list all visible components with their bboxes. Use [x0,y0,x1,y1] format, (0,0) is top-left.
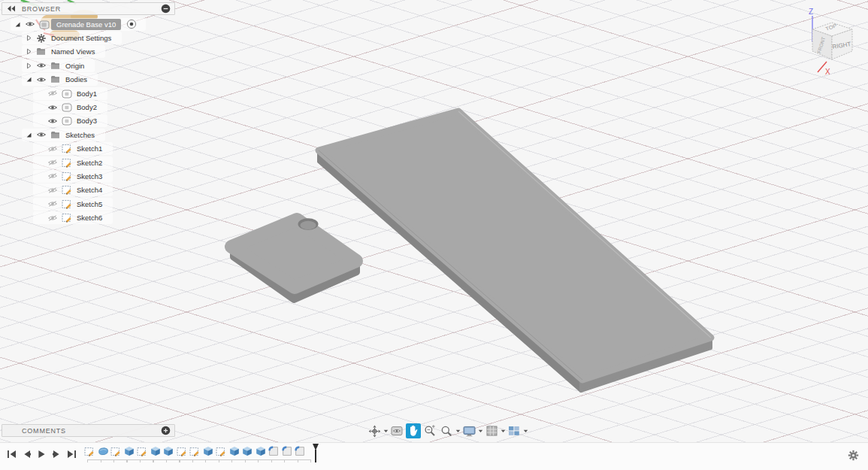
timeline-settings-gear-icon[interactable] [848,450,859,464]
tree-item-document-settings[interactable]: Document Settings [2,31,182,44]
tree-item-label[interactable]: Grenade Base v10 [51,19,121,30]
orbit-button[interactable] [367,423,382,438]
expander-icon[interactable] [23,62,34,69]
tree-item-bodies[interactable]: Bodies [2,73,182,86]
body-small-plate[interactable] [231,218,357,300]
body-icon [59,102,74,112]
eye-icon[interactable] [45,104,59,111]
tree-item-label[interactable]: Sketch4 [74,185,105,195]
eye-off-icon[interactable] [45,172,59,180]
eye-icon[interactable] [45,117,59,125]
view-cube-body[interactable]: TOP RIGHT FRONT [812,23,852,59]
tree-item-label[interactable]: Named Views [48,47,98,56]
tree-item-label[interactable]: Sketches [62,130,98,140]
tree-item-label[interactable]: Body1 [74,89,100,99]
grid-and-snaps-dropdown-caret[interactable] [500,423,506,438]
timeline-feature-sketch-11[interactable] [216,446,226,456]
display-settings-dropdown-caret[interactable] [477,423,483,438]
body-icon [59,116,74,126]
eye-off-icon[interactable] [45,145,59,153]
timeline-feature-fillet-17[interactable] [295,446,305,456]
tree-item-label[interactable]: Document Settings [48,33,114,43]
timeline-feature-form-2[interactable] [98,446,108,456]
go-to-end-button[interactable] [66,449,77,459]
go-to-start-button[interactable] [6,449,17,459]
eye-icon[interactable] [23,20,37,28]
timeline-feature-extrude-12[interactable] [229,446,240,456]
eye-off-icon[interactable] [45,186,59,194]
tree-item-sketch1[interactable]: Sketch1 [2,142,182,156]
step-forward-button[interactable] [51,449,62,459]
timeline-feature-sketch-3[interactable] [110,446,121,456]
timeline-feature-sketch-1[interactable] [84,446,95,456]
timeline-feature-extrude-10[interactable] [203,446,213,456]
folder-icon [34,47,48,56]
tree-item-sketch5[interactable]: Sketch5 [2,197,182,211]
timeline-feature-extrude-13[interactable] [242,446,253,456]
tree-item-label[interactable]: Sketch1 [74,144,105,153]
expander-icon[interactable] [12,21,23,28]
expand-comments-icon[interactable] [161,426,171,435]
tree-item-label[interactable]: Origin [62,61,87,71]
body-large-plate[interactable] [319,111,711,391]
fit-dropdown-caret[interactable] [455,423,461,438]
eye-icon[interactable] [34,76,48,83]
fit-button[interactable] [439,423,454,438]
tree-item-label[interactable]: Sketch5 [74,199,105,209]
tree-item-sketch6[interactable]: Sketch6 [2,211,182,224]
orbit-dropdown-caret[interactable] [383,423,389,438]
tree-item-sketch2[interactable]: Sketch2 [2,156,182,169]
timeline-feature-fillet-16[interactable] [282,446,292,456]
expander-icon[interactable] [23,132,34,138]
tree-item-sketch3[interactable]: Sketch3 [2,169,182,183]
collapse-panel-icon[interactable] [7,5,16,12]
timeline-feature-extrude-4[interactable] [124,446,135,456]
grid-and-snaps-button[interactable] [484,423,499,438]
tree-item-origin[interactable]: Origin [2,59,182,72]
tree-item-label[interactable]: Sketch3 [74,171,105,181]
sketch-icon [59,158,74,168]
tree-item-sketch4[interactable]: Sketch4 [2,183,182,197]
tree-item-body2[interactable]: Body2 [2,100,182,114]
pan-button[interactable] [406,423,421,438]
tree-item-grenade-base-v10[interactable]: Grenade Base v10 [2,17,182,31]
play-button[interactable] [36,449,47,459]
viewports-button[interactable] [507,423,522,438]
timeline-feature-extrude-14[interactable] [256,446,266,456]
tree-item-sketches[interactable]: Sketches [2,128,182,141]
timeline-feature-extrude-7[interactable] [163,446,174,456]
tree-item-body1[interactable]: Body1 [2,86,182,100]
view-cube[interactable]: Z TOP RIGHT FRONT X [797,5,863,77]
comments-panel-header[interactable]: COMMENTS [2,424,175,437]
eye-icon[interactable] [34,62,48,69]
timeline-feature-extrude-6[interactable] [150,446,161,456]
browser-panel-header[interactable]: BROWSER [2,2,175,15]
minimize-panel-icon[interactable] [161,4,171,14]
eye-off-icon[interactable] [45,89,59,97]
display-settings-button[interactable] [461,423,476,438]
expander-icon[interactable] [23,76,34,83]
timeline-feature-fillet-15[interactable] [268,446,279,456]
eye-off-icon[interactable] [45,159,59,166]
expander-icon[interactable] [23,48,34,55]
timeline-feature-sketch-9[interactable] [189,446,200,456]
tree-item-label[interactable]: Body3 [74,116,100,126]
eye-off-icon[interactable] [45,200,59,208]
tree-item-label[interactable]: Sketch2 [74,158,105,168]
tree-item-named-views[interactable]: Named Views [2,45,182,59]
tree-item-body3[interactable]: Body3 [2,114,182,128]
tree-item-label[interactable]: Sketch6 [74,213,105,223]
step-back-button[interactable] [21,449,32,459]
activate-component-radio[interactable] [124,19,138,29]
eye-off-icon[interactable] [45,214,59,222]
viewports-dropdown-caret[interactable] [522,423,528,438]
look-at-button[interactable] [389,423,404,438]
timeline-feature-sketch-5[interactable] [137,446,147,456]
eye-icon[interactable] [34,131,48,138]
timeline-playhead[interactable] [310,444,321,463]
expander-icon[interactable] [23,35,34,41]
tree-item-label[interactable]: Body2 [74,102,100,112]
tree-item-label[interactable]: Bodies [62,74,90,84]
zoom-button[interactable] [422,423,437,438]
timeline-feature-sketch-8[interactable] [177,446,187,456]
